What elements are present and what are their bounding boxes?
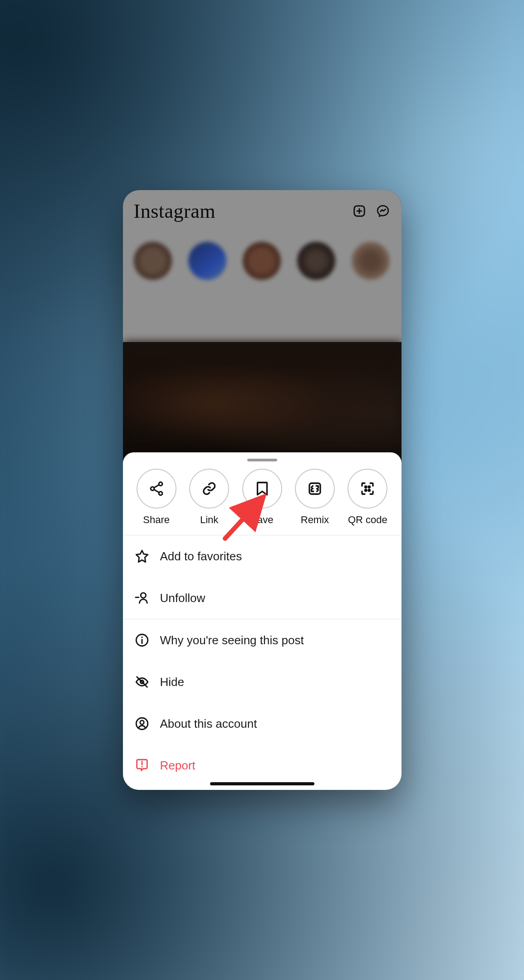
action-share[interactable]: Share xyxy=(132,469,181,526)
action-label: QR code xyxy=(348,514,387,526)
account-icon xyxy=(134,715,150,732)
menu-hide[interactable]: Hide xyxy=(123,661,402,703)
hide-icon xyxy=(134,674,150,690)
star-icon xyxy=(134,548,150,564)
qr-code-icon xyxy=(348,469,387,509)
action-link[interactable]: Link xyxy=(185,469,234,526)
menu-add-to-favorites[interactable]: Add to favorites xyxy=(123,535,402,577)
menu-report[interactable]: Report xyxy=(123,745,402,786)
action-label: Remix xyxy=(301,514,329,526)
menu-about-this-account[interactable]: About this account xyxy=(123,703,402,745)
svg-point-5 xyxy=(365,486,367,488)
svg-rect-4 xyxy=(309,483,320,494)
action-label: Link xyxy=(200,514,218,526)
sheet-grabber[interactable] xyxy=(247,459,277,461)
menu-label: Unfollow xyxy=(160,591,206,605)
svg-point-9 xyxy=(141,593,146,598)
menu-label: Report xyxy=(160,759,196,773)
remix-icon xyxy=(295,469,335,509)
info-icon xyxy=(134,632,150,648)
action-remix[interactable]: Remix xyxy=(290,469,339,526)
save-icon xyxy=(242,469,282,509)
svg-point-11 xyxy=(141,637,142,638)
unfollow-icon xyxy=(134,590,150,606)
menu-unfollow[interactable]: Unfollow xyxy=(123,577,402,619)
svg-point-8 xyxy=(368,490,370,491)
svg-point-15 xyxy=(141,766,142,767)
action-row: Share Link Save Remix xyxy=(123,465,402,535)
action-label: Share xyxy=(143,514,170,526)
menu-why-seeing-this-post[interactable]: Why you're seeing this post xyxy=(123,619,402,661)
action-save[interactable]: Save xyxy=(237,469,286,526)
action-qr-code[interactable]: QR code xyxy=(343,469,392,526)
share-icon xyxy=(137,469,176,509)
menu-label: Hide xyxy=(160,675,184,689)
phone-frame: Instagram Shar xyxy=(123,190,402,790)
home-indicator[interactable] xyxy=(210,782,314,785)
bottom-sheet: Share Link Save Remix xyxy=(123,452,402,790)
menu-list: Add to favorites Unfollow Why you're see… xyxy=(123,535,402,786)
menu-label: Add to favorites xyxy=(160,549,242,564)
svg-point-7 xyxy=(365,490,367,491)
menu-label: About this account xyxy=(160,717,257,731)
menu-label: Why you're seeing this post xyxy=(160,633,304,647)
action-label: Save xyxy=(250,514,273,526)
report-icon xyxy=(134,757,150,774)
link-icon xyxy=(189,469,229,509)
svg-point-6 xyxy=(368,486,370,488)
svg-point-14 xyxy=(140,720,144,725)
